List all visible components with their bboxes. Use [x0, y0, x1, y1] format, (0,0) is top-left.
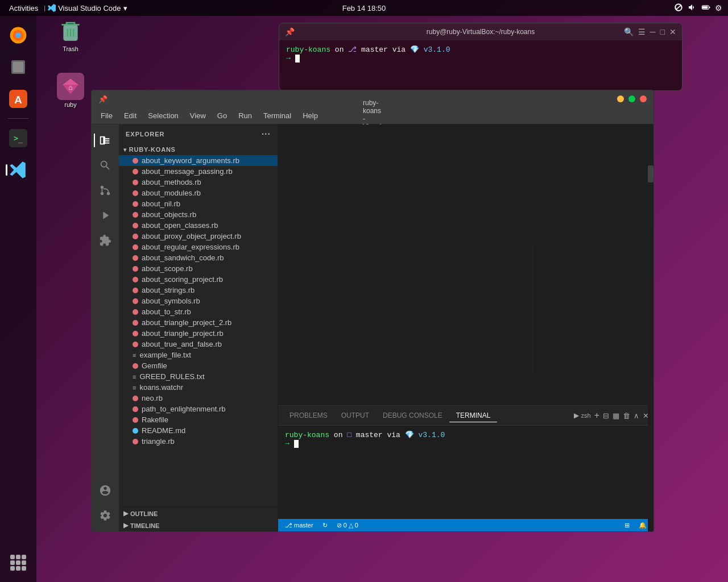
- dock-files[interactable]: [5, 53, 32, 81]
- activity-account[interactable]: [94, 479, 117, 502]
- volume-icon: [688, 3, 697, 14]
- file-item[interactable]: about_true_and_false.rb: [119, 339, 278, 350]
- terminal-minimize-icon[interactable]: ─: [650, 27, 656, 36]
- file-item[interactable]: neo.rb: [119, 393, 278, 404]
- status-errors[interactable]: ⊘ 0 △ 0: [334, 522, 361, 529]
- vscode-maximize-btn[interactable]: [628, 95, 635, 102]
- vscode-pin-icon: 📌: [98, 95, 107, 103]
- terminal-split-icon[interactable]: ⊟: [603, 411, 609, 420]
- file-item[interactable]: about_regular_expressions.rb: [119, 242, 278, 252]
- file-item[interactable]: about_proxy_object_project.rb: [119, 231, 278, 242]
- file-item[interactable]: about_open_classes.rb: [119, 220, 278, 231]
- file-item[interactable]: about_symbols.rb: [119, 296, 278, 306]
- error-icon: ⊘: [337, 522, 342, 529]
- file-item[interactable]: about_message_passing.rb: [119, 166, 278, 177]
- terminal-trash-icon[interactable]: 🗑: [623, 411, 630, 420]
- status-notification[interactable]: 🔔: [636, 522, 649, 529]
- activity-search[interactable]: [94, 154, 117, 177]
- svg-text:>_: >_: [14, 134, 23, 143]
- activities-button[interactable]: Activities: [6, 3, 42, 14]
- trash-desktop-icon[interactable]: Trash: [50, 17, 91, 52]
- svg-text:⌂: ⌂: [68, 84, 72, 92]
- file-item[interactable]: about_modules.rb: [119, 188, 278, 198]
- terminal-body: ruby-koans on ⎇ master via 💎 v3.1.0 →: [279, 40, 682, 67]
- terminal-layout-icon[interactable]: ▦: [613, 411, 619, 420]
- vscode-close-btn[interactable]: [640, 95, 647, 102]
- file-item[interactable]: ≡ koans.watchr: [119, 382, 278, 393]
- file-item[interactable]: about_objects.rb: [119, 209, 278, 220]
- file-item[interactable]: about_to_str.rb: [119, 306, 278, 317]
- menu-selection[interactable]: Selection: [143, 110, 183, 121]
- menu-terminal[interactable]: Terminal: [259, 110, 296, 121]
- terminal-panel-body: ruby-koans on □ master via 💎 v3.1.0 →: [278, 426, 653, 519]
- explorer-more-btn[interactable]: ···: [262, 129, 271, 139]
- file-dot-red: [133, 288, 138, 293]
- file-dot-red: [133, 244, 138, 250]
- activity-extensions[interactable]: [94, 229, 117, 252]
- file-item[interactable]: path_to_enlightenment.rb: [119, 404, 278, 414]
- file-item[interactable]: about_scope.rb: [119, 263, 278, 274]
- menu-edit[interactable]: Edit: [119, 110, 141, 121]
- file-item[interactable]: about_strings.rb: [119, 285, 278, 296]
- svg-rect-7: [13, 62, 24, 73]
- menu-help[interactable]: Help: [298, 110, 322, 121]
- file-item[interactable]: ≡ GREED_RULES.txt: [119, 371, 278, 382]
- menu-file[interactable]: File: [96, 110, 117, 121]
- dock-grid[interactable]: [5, 549, 32, 576]
- dock-vscode[interactable]: [5, 156, 32, 184]
- file-item[interactable]: Rakefile: [119, 414, 278, 425]
- scrollbar-thumb[interactable]: [648, 165, 653, 182]
- status-right: ⊞ 🔔: [622, 522, 649, 529]
- menu-view[interactable]: View: [185, 110, 210, 121]
- terminal-menu-icon[interactable]: ☰: [638, 27, 646, 36]
- file-item[interactable]: about_nil.rb: [119, 198, 278, 209]
- activity-explorer[interactable]: [94, 129, 117, 152]
- ruby-desktop-icon[interactable]: ⌂ ruby: [50, 73, 91, 108]
- file-item[interactable]: Gemfile: [119, 360, 278, 371]
- file-item[interactable]: README.md: [119, 425, 278, 436]
- tab-terminal[interactable]: TERMINAL: [449, 409, 498, 422]
- topbar-clock: Feb 14 18:50: [342, 4, 386, 13]
- tab-output[interactable]: OUTPUT: [334, 409, 376, 422]
- terminal-search-icon[interactable]: 🔍: [624, 27, 634, 36]
- vscode-minimize-btn[interactable]: [617, 95, 624, 102]
- dock-terminal[interactable]: >_: [5, 124, 32, 152]
- file-item[interactable]: about_keyword_arguments.rb: [119, 155, 278, 166]
- dock-appstore[interactable]: A: [5, 85, 32, 113]
- activity-settings[interactable]: [94, 504, 117, 527]
- tab-problems[interactable]: PROBLEMS: [283, 409, 334, 422]
- file-lines-icon: ≡: [133, 352, 136, 359]
- terminal-tabs: PROBLEMS OUTPUT DEBUG CONSOLE TERMINAL ▶…: [278, 406, 653, 426]
- activity-run[interactable]: [94, 204, 117, 227]
- file-item[interactable]: about_triangle_project.rb: [119, 328, 278, 339]
- svg-point-17: [107, 192, 110, 196]
- folder-header[interactable]: ▾ RUBY-KOANS: [119, 144, 278, 155]
- menu-go[interactable]: Go: [213, 110, 231, 121]
- activity-git[interactable]: [94, 179, 117, 202]
- file-item[interactable]: about_methods.rb: [119, 177, 278, 188]
- file-item[interactable]: about_sandwich_code.rb: [119, 252, 278, 263]
- status-branch[interactable]: ⎇ master: [283, 522, 316, 529]
- dock-separator: [8, 118, 28, 119]
- file-item[interactable]: about_scoring_project.rb: [119, 274, 278, 285]
- file-item[interactable]: ≡ example_file.txt: [119, 350, 278, 360]
- file-dot-red: [133, 180, 138, 185]
- terminal-collapse-icon[interactable]: ∧: [634, 411, 639, 420]
- file-item[interactable]: about_triangle_project_2.rb: [119, 317, 278, 328]
- timeline-section[interactable]: ▶ TIMELINE: [119, 519, 278, 531]
- terminal-close-icon[interactable]: ✕: [669, 27, 676, 36]
- file-item[interactable]: triangle.rb: [119, 436, 278, 447]
- terminal-maximize-icon[interactable]: □: [660, 27, 665, 36]
- terminal-icons-right: 🔍 ☰ ─ □ ✕: [624, 27, 676, 36]
- terminal-window: 📌 ruby@ruby-VirtualBox:~/ruby-koans 🔍 ☰ …: [279, 23, 682, 91]
- dock-firefox[interactable]: [5, 22, 32, 49]
- ruby-label: ruby: [64, 101, 76, 108]
- status-remote[interactable]: ⊞: [622, 522, 632, 529]
- outline-section[interactable]: ▶ OUTLINE: [119, 508, 278, 519]
- vscode-window: 📌 ruby-koans - Visual Studio Code File E…: [91, 90, 654, 532]
- status-sync[interactable]: ↻: [320, 522, 330, 529]
- editor-scrollbar[interactable]: [648, 124, 653, 531]
- terminal-add-icon[interactable]: +: [594, 410, 599, 421]
- tab-debug-console[interactable]: DEBUG CONSOLE: [376, 409, 449, 422]
- menu-run[interactable]: Run: [234, 110, 257, 121]
